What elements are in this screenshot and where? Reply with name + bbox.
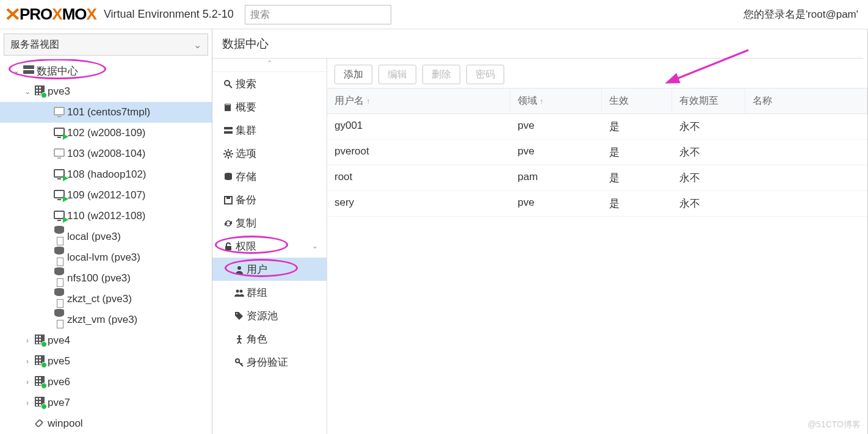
chevron-down-icon: ⌄	[312, 242, 318, 250]
tree-node-pve6[interactable]: ›pve6	[0, 372, 212, 392]
tree-item-zkzt_vm (pve3)[interactable]: zkzt_vm (pve3)	[0, 309, 212, 330]
storage-icon	[51, 309, 67, 331]
tree-item-label: 108 (hadoop102)	[67, 168, 146, 181]
sort-asc-icon: ↑	[366, 97, 370, 106]
tree-item-local (pve3)[interactable]: local (pve3)	[0, 226, 212, 247]
menu-item-db[interactable]: 存储	[212, 165, 327, 188]
content-column: 数据中心 ⌃ 搜索概要集群选项存储备份复制权限⌄用户群组资源池角色身份验证 添加…	[212, 29, 868, 434]
tree-item-local-lvm (pve3)[interactable]: local-lvm (pve3)	[0, 247, 212, 268]
tree-node-label: pve6	[48, 376, 70, 388]
tree-item-108[interactable]: 108 (hadoop102)	[0, 164, 212, 185]
server-icon	[221, 125, 236, 136]
tree-item-103[interactable]: 103 (w2008-104)	[0, 143, 212, 164]
tree-node-label: pve7	[48, 397, 70, 409]
tree-item-110[interactable]: 110 (w2012-108)	[0, 206, 212, 226]
cell-username: sery	[327, 191, 510, 216]
cell-until: 永不	[672, 191, 745, 216]
col-realm[interactable]: 领域↑	[510, 89, 602, 114]
menu-item-save[interactable]: 备份	[212, 188, 327, 211]
tree-node-label: pve4	[48, 335, 70, 347]
menu-item-repeat[interactable]: 复制	[212, 211, 327, 234]
menu-item-book[interactable]: 概要	[212, 95, 327, 118]
tree-node-pve3[interactable]: ⌄pve3	[0, 81, 212, 102]
server-icon	[21, 65, 37, 76]
breadcrumb-text: 数据中心	[222, 36, 269, 52]
storage-icon	[51, 267, 67, 289]
add-button[interactable]: 添加	[335, 65, 372, 84]
menu-item-server[interactable]: 集群	[212, 118, 327, 142]
menu-item-gear[interactable]: 选项	[212, 142, 327, 165]
person-icon	[232, 333, 247, 344]
menu-item-users[interactable]: 群组	[212, 281, 327, 304]
tree-item-109[interactable]: 109 (w2012-107)	[0, 185, 212, 206]
storage-icon	[51, 226, 67, 248]
expander-icon: ›	[23, 357, 32, 366]
tree-view-selector[interactable]: 服务器视图 ⌄	[4, 34, 208, 56]
key-icon	[232, 356, 247, 367]
table-row[interactable]: serypve是永不	[327, 191, 867, 217]
menu-item-label: 群组	[247, 286, 267, 300]
menu-item-person[interactable]: 角色	[212, 327, 327, 350]
edit-button[interactable]: 编辑	[378, 65, 416, 84]
tree-item-label: local-lvm (pve3)	[67, 251, 140, 264]
menu-item-label: 角色	[247, 332, 267, 346]
resource-tree: ⌄ 数据中心 ⌄pve3101 (centos7tmpl)102 (w2008-…	[0, 59, 212, 434]
svg-point-5	[226, 152, 230, 156]
menu-item-unlock[interactable]: 权限⌄	[212, 234, 327, 258]
building-icon	[32, 376, 48, 388]
svg-point-13	[236, 313, 237, 314]
tree-node-winpool[interactable]: winpool	[0, 413, 212, 434]
gear-icon	[221, 148, 236, 159]
monitor-icon	[51, 128, 67, 139]
svg-rect-8	[226, 197, 230, 199]
tree-node-pve7[interactable]: ›pve7	[0, 392, 212, 413]
cell-until: 永不	[672, 165, 745, 190]
env-version-label: Virtual Environment 5.2-10	[104, 8, 234, 21]
save-icon	[221, 194, 236, 205]
password-button[interactable]: 密码	[466, 65, 504, 84]
menu-item-tags[interactable]: 资源池	[212, 304, 327, 327]
repeat-icon	[221, 217, 236, 228]
tree-root-datacenter[interactable]: ⌄ 数据中心	[0, 60, 212, 81]
svg-point-12	[240, 290, 243, 293]
building-icon	[32, 355, 48, 367]
menu-item-label: 用户	[247, 262, 267, 277]
watermark: @51CTO博客	[808, 419, 861, 430]
svg-line-1	[229, 85, 232, 88]
tree-item-101[interactable]: 101 (centos7tmpl)	[0, 102, 212, 123]
col-active[interactable]: 生效	[602, 89, 672, 114]
col-until[interactable]: 有效期至	[672, 89, 745, 114]
cell-until: 永不	[672, 114, 745, 139]
tree-item-nfs100 (pve3)[interactable]: nfs100 (pve3)	[0, 268, 212, 289]
tree-item-zkzt_ct (pve3)[interactable]: zkzt_ct (pve3)	[0, 289, 212, 309]
expander-icon: ›	[23, 336, 32, 345]
svg-point-14	[238, 335, 241, 338]
remove-button[interactable]: 删除	[422, 65, 460, 84]
tree-item-label: zkzt_vm (pve3)	[67, 314, 137, 326]
tree-node-pve4[interactable]: ›pve4	[0, 330, 212, 351]
table-row[interactable]: pverootpve是永不	[327, 140, 867, 165]
tree-node-label: winpool	[48, 418, 83, 430]
global-search-input[interactable]	[245, 5, 391, 24]
users-grid: 用户名↑ 领域↑ 生效 有效期至 名称 gy001pve是永不pverootpv…	[327, 88, 867, 217]
menu-item-search[interactable]: 搜索	[212, 72, 327, 95]
table-row[interactable]: gy001pve是永不	[327, 114, 867, 140]
menu-item-label: 备份	[236, 193, 256, 207]
tree-node-pve5[interactable]: ›pve5	[0, 351, 212, 372]
storage-icon	[51, 247, 67, 269]
menu-item-key[interactable]: 身份验证	[212, 350, 327, 374]
tree-item-102[interactable]: 102 (w2008-109)	[0, 123, 212, 143]
menu-item-label: 权限	[236, 239, 256, 253]
book-icon	[221, 101, 236, 112]
col-name[interactable]: 名称	[745, 89, 867, 114]
table-row[interactable]: rootpam是永不	[327, 165, 867, 191]
col-username[interactable]: 用户名↑	[327, 89, 510, 114]
cell-active: 是	[602, 114, 672, 139]
menu-item-user[interactable]: 用户	[212, 258, 327, 281]
menu-item-label: 复制	[236, 216, 256, 230]
menu-item-label: 搜索	[236, 77, 256, 91]
menu-collapse-icon[interactable]: ⌃	[212, 59, 327, 72]
svg-rect-9	[225, 246, 231, 250]
svg-point-10	[237, 266, 241, 270]
config-menu: ⌃ 搜索概要集群选项存储备份复制权限⌄用户群组资源池角色身份验证	[212, 59, 327, 434]
